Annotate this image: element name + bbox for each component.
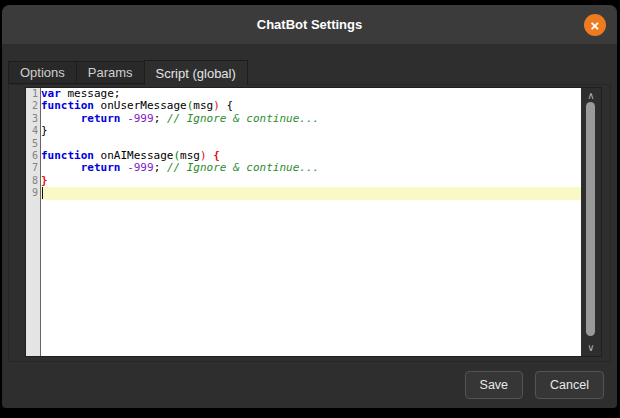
- line-number: 1: [26, 88, 40, 100]
- close-icon: ×: [591, 18, 600, 33]
- scroll-up-icon[interactable]: ∧: [581, 91, 601, 101]
- code-line[interactable]: }: [41, 125, 581, 137]
- text-caret: [42, 187, 43, 199]
- line-number: 2: [26, 100, 40, 112]
- line-number: 8: [26, 175, 40, 187]
- save-button[interactable]: Save: [465, 371, 524, 399]
- chatbot-settings-dialog: ChatBot Settings × OptionsParamsScript (…: [2, 5, 617, 408]
- line-number: 7: [26, 162, 40, 174]
- tab-script-global[interactable]: Script (global): [144, 60, 248, 85]
- dialog-button-row: Save Cancel: [465, 371, 604, 399]
- cancel-button[interactable]: Cancel: [535, 371, 604, 399]
- page-title: ChatBot Settings: [257, 17, 362, 32]
- line-number-gutter: 123456789: [26, 88, 41, 356]
- line-number: 4: [26, 125, 40, 137]
- title-bar[interactable]: ChatBot Settings ×: [2, 5, 617, 44]
- script-editor[interactable]: 123456789 var message;function onUserMes…: [25, 87, 602, 357]
- close-button[interactable]: ×: [584, 14, 606, 36]
- code-line[interactable]: }: [41, 175, 581, 187]
- line-number: 3: [26, 113, 40, 125]
- line-number: 6: [26, 150, 40, 162]
- scrollbar-thumb[interactable]: [586, 102, 595, 336]
- vertical-scrollbar[interactable]: ∧ ∨: [581, 88, 601, 356]
- code-line[interactable]: [41, 187, 581, 199]
- tab-strip: OptionsParamsScript (global): [8, 60, 247, 84]
- line-number: 9: [26, 187, 40, 199]
- code-line[interactable]: return -999; // Ignore & continue...: [41, 113, 581, 125]
- code-line[interactable]: return -999; // Ignore & continue...: [41, 162, 581, 174]
- tab-params[interactable]: Params: [76, 61, 145, 84]
- line-number: 5: [26, 138, 40, 150]
- tab-page-script: 123456789 var message;function onUserMes…: [8, 84, 611, 362]
- code-area[interactable]: var message;function onUserMessage(msg) …: [41, 88, 581, 356]
- tab-options[interactable]: Options: [8, 61, 77, 84]
- scroll-down-icon[interactable]: ∨: [581, 343, 601, 353]
